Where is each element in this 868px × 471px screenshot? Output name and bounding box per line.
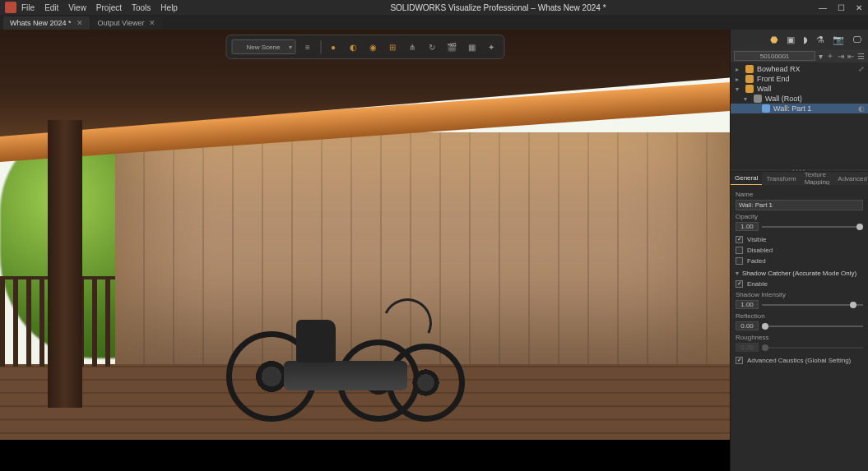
axes-icon[interactable]: ⋔: [405, 39, 420, 54]
shadow-catcher-section[interactable]: ▾Shadow Catcher (Accurate Mode Only): [736, 270, 863, 277]
tree-item-wall-part1[interactable]: Wall: Part 1 ◐: [731, 104, 868, 113]
roughness-label: Roughness: [736, 334, 863, 341]
menu-help[interactable]: Help: [160, 3, 178, 12]
reflection-value[interactable]: 0.00: [736, 321, 759, 330]
tree-label: Bowhead RX: [757, 65, 801, 73]
prop-tab-transform[interactable]: Transform: [762, 172, 800, 185]
scenes-tab-icon[interactable]: ◗: [803, 35, 808, 45]
close-icon[interactable]: ✕: [149, 19, 155, 27]
menu-project[interactable]: Project: [96, 3, 122, 12]
properties-panel: Name Opacity 1.00 ✓Visible Disabled Fade…: [731, 185, 868, 471]
menu-edit[interactable]: Edit: [44, 3, 58, 12]
gizmo-icon[interactable]: ⊞: [385, 39, 400, 54]
refresh-icon[interactable]: ↻: [425, 39, 439, 54]
faded-checkbox[interactable]: Faded: [736, 256, 863, 266]
export-icon[interactable]: ⇤: [847, 52, 854, 61]
opacity-label: Opacity: [736, 213, 863, 220]
model-icon: [745, 85, 754, 93]
opacity-slider[interactable]: [762, 224, 863, 229]
collapse-icon[interactable]: ▾: [744, 95, 750, 103]
opacity-value[interactable]: 1.00: [736, 222, 759, 231]
name-label: Name: [736, 191, 863, 198]
model-selector-bar: 50100001 ▾ ＋ ⇥ ⇤ ☰: [731, 49, 868, 62]
dropdown-arrow-icon[interactable]: ▾: [819, 52, 823, 61]
tab-whats-new[interactable]: Whats New 2024 * ✕: [3, 16, 90, 30]
tree-item-bowhead[interactable]: ▸ Bowhead RX ⤢: [731, 64, 868, 74]
models-tab-icon[interactable]: ⬣: [770, 35, 778, 45]
model-dropdown[interactable]: 50100001: [734, 51, 815, 61]
window-close[interactable]: ✕: [855, 3, 863, 12]
scene-tree: ▸ Bowhead RX ⤢ ▸ Front End ▾ Wall ▾ Wall…: [731, 62, 868, 168]
disabled-checkbox[interactable]: Disabled: [736, 245, 863, 255]
tree-label: Wall (Root): [765, 95, 802, 103]
shadow-intensity-label: Shadow Intensity: [736, 291, 863, 298]
tree-item-wall[interactable]: ▾ Wall: [731, 84, 868, 94]
reflection-slider[interactable]: [762, 324, 863, 329]
prop-tab-general[interactable]: General: [731, 172, 762, 185]
shadow-intensity-slider[interactable]: [762, 302, 863, 307]
window-minimize[interactable]: —: [819, 3, 827, 12]
render-tab-icon[interactable]: 🖵: [852, 35, 861, 44]
add-icon[interactable]: ＋: [826, 50, 834, 62]
tab-label: Whats New 2024 *: [10, 19, 72, 27]
scene-list-icon[interactable]: ≡: [300, 39, 315, 54]
reflection-label: Reflection: [736, 312, 863, 320]
handcycle-model: [226, 282, 465, 422]
appearances-tab-icon[interactable]: ▣: [787, 35, 795, 45]
enable-checkbox[interactable]: ✓Enable: [736, 279, 863, 289]
model-icon: [745, 65, 754, 73]
cameras-tab-icon[interactable]: 📷: [833, 35, 844, 45]
group-icon: [754, 95, 762, 103]
prop-tab-texture[interactable]: Texture Mapping: [801, 172, 834, 185]
tree-label: Front End: [757, 75, 790, 83]
right-panel: ⬣ ▣ ◗ ⚗ 📷 🖵 50100001 ▾ ＋ ⇥ ⇤ ☰ ▸ Bowhead…: [730, 30, 868, 471]
shaded-sphere-icon[interactable]: ●: [326, 39, 341, 54]
close-icon[interactable]: ✕: [77, 19, 83, 27]
title-bar: File Edit View Project Tools Help SOLIDW…: [0, 0, 868, 15]
tree-item-wall-root[interactable]: ▾ Wall (Root): [731, 94, 868, 104]
list-icon[interactable]: ☰: [857, 52, 865, 61]
appearance-icon[interactable]: ◐: [858, 104, 865, 113]
import-icon[interactable]: ⇥: [838, 52, 844, 61]
collapse-icon[interactable]: ▾: [736, 85, 742, 93]
tree-item-front-end[interactable]: ▸ Front End: [731, 74, 868, 84]
tree-label: Wall: [757, 85, 771, 93]
rendered-scene: [0, 30, 730, 471]
scene-dropdown[interactable]: New Scene: [231, 39, 295, 54]
viewport[interactable]: New Scene ≡ ● ◐ ◉ ⊞ ⋔ ↻ 🎬 ▦ ✦: [0, 30, 730, 471]
roughness-value: 0.20: [736, 343, 759, 352]
tree-label: Wall: Part 1: [773, 104, 811, 113]
window-maximize[interactable]: ☐: [837, 3, 845, 12]
part-icon: [762, 104, 770, 113]
expand-icon[interactable]: ▸: [736, 76, 742, 83]
panel-category-tabs: ⬣ ▣ ◗ ⚗ 📷 🖵: [731, 30, 868, 49]
document-tabs: Whats New 2024 * ✕ Output Viewer ✕: [0, 15, 868, 30]
roughness-slider: [762, 345, 863, 350]
menu-view[interactable]: View: [68, 3, 86, 12]
tab-label: Output Viewer: [98, 19, 145, 27]
property-tabs: General Transform Texture Mapping Advanc…: [731, 172, 868, 185]
wire-sphere-icon[interactable]: ◐: [346, 39, 360, 54]
model-icon: [745, 75, 754, 83]
visible-checkbox[interactable]: ✓Visible: [736, 234, 863, 244]
prop-tab-advanced[interactable]: Advanced: [833, 172, 868, 185]
environments-tab-icon[interactable]: ⚗: [816, 35, 824, 45]
hdr-sphere-icon[interactable]: ◉: [365, 39, 380, 54]
checker-icon[interactable]: ▦: [464, 39, 479, 54]
expand-all-icon[interactable]: ⤢: [858, 65, 865, 73]
window-title: SOLIDWORKS Visualize Professional – What…: [178, 3, 819, 12]
expand-icon[interactable]: ▸: [736, 66, 742, 73]
menu-bar: File Edit View Project Tools Help: [21, 3, 178, 12]
shadow-intensity-value[interactable]: 1.00: [736, 300, 759, 309]
caustics-checkbox[interactable]: ✓Advanced Caustics (Global Setting): [736, 355, 863, 365]
name-input[interactable]: [736, 200, 863, 210]
tab-output-viewer[interactable]: Output Viewer ✕: [91, 16, 163, 30]
viewport-toolbar: New Scene ≡ ● ◐ ◉ ⊞ ⋔ ↻ 🎬 ▦ ✦: [225, 35, 504, 59]
clapper-icon[interactable]: 🎬: [444, 39, 459, 54]
menu-tools[interactable]: Tools: [132, 3, 151, 12]
menu-file[interactable]: File: [21, 3, 35, 12]
wand-icon[interactable]: ✦: [484, 39, 499, 54]
app-logo: [5, 2, 16, 13]
